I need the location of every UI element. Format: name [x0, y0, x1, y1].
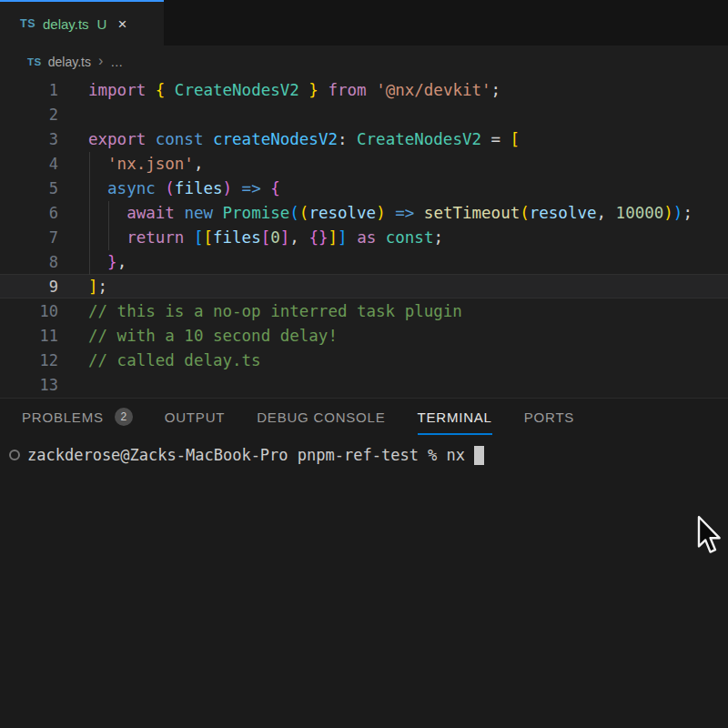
panel-tab-label: PROBLEMS [22, 410, 104, 425]
code-token: ) [376, 204, 386, 222]
code-line-7[interactable]: 7 return [[files[0], {}]] as const; [0, 225, 728, 249]
code-line-2[interactable]: 2 [0, 102, 728, 126]
panel-tabs: PROBLEMS2OUTPUTDEBUG CONSOLETERMINALPORT… [0, 399, 728, 435]
code-line-9[interactable]: 9]; [0, 274, 728, 298]
breadcrumb-file[interactable]: delay.ts [48, 55, 91, 69]
panel-tab-label: PORTS [524, 410, 574, 425]
panel-tab-problems[interactable]: PROBLEMS2 [22, 399, 133, 435]
code-text: import { CreateNodesV2 } from '@nx/devki… [58, 81, 500, 99]
code-token: ( [299, 204, 309, 222]
line-number: 13 [0, 376, 58, 394]
panel-tab-output[interactable]: OUTPUT [165, 399, 225, 435]
code-text: export const createNodesV2: CreateNodesV… [58, 130, 520, 148]
tab-filename: delay.ts [43, 16, 89, 32]
terminal-block-cursor [474, 446, 484, 465]
code-token: ( [289, 204, 299, 222]
code-token: import [88, 81, 156, 99]
editor-tab-bar: TS delay.ts U × [0, 0, 728, 46]
line-number: 11 [0, 327, 58, 345]
code-token: '@nx/devkit' [376, 81, 490, 99]
code-token: , [194, 155, 204, 173]
code-token: { [156, 81, 166, 99]
code-line-13[interactable]: 13 [0, 372, 728, 397]
code-token: , [289, 228, 308, 247]
code-line-12[interactable]: 12// called delay.ts [0, 348, 728, 372]
code-token: , [117, 253, 127, 271]
code-text: // called delay.ts [58, 351, 261, 369]
panel-tab-ports[interactable]: PORTS [524, 399, 574, 435]
code-token: as [348, 228, 386, 247]
code-token: ) [223, 179, 233, 197]
code-text: }, [58, 253, 126, 271]
line-number: 6 [0, 204, 58, 222]
panel-tab-label: OUTPUT [165, 410, 225, 425]
code-token: createNodesV2 [213, 130, 338, 148]
code-token: [ [194, 228, 204, 247]
code-line-1[interactable]: 1import { CreateNodesV2 } from '@nx/devk… [0, 77, 728, 102]
code-token: // called delay.ts [88, 351, 261, 369]
code-token [88, 179, 107, 197]
code-token: files [213, 228, 261, 247]
code-token: resolve [308, 204, 376, 222]
code-token: ] [329, 228, 339, 247]
code-token: = [481, 130, 511, 148]
code-token: export [88, 130, 156, 148]
code-token: resolve [530, 204, 597, 222]
code-token: return [126, 228, 194, 247]
code-token: ] [338, 228, 348, 247]
code-line-5[interactable]: 5 async (files) => { [0, 176, 728, 200]
code-text: // this is a no-op interred task plugin [58, 302, 462, 320]
panel-tab-label: TERMINAL [418, 410, 492, 425]
close-icon[interactable]: × [117, 16, 126, 32]
command-decoration-icon [9, 450, 20, 460]
line-number: 1 [0, 81, 58, 99]
code-token: 0 [270, 228, 280, 247]
terminal-prompt-text: zackderose@Zacks-MacBook-Pro pnpm-ref-te… [27, 446, 465, 464]
code-token: } [308, 81, 318, 99]
code-token: ; [98, 278, 108, 296]
panel-tab-debug-console[interactable]: DEBUG CONSOLE [257, 399, 385, 435]
code-token: ; [682, 204, 693, 222]
line-number: 2 [0, 106, 58, 124]
line-number: 8 [0, 253, 58, 271]
code-line-8[interactable]: 8 }, [0, 249, 728, 274]
terminal-prompt-line[interactable]: zackderose@Zacks-MacBook-Pro pnpm-ref-te… [9, 444, 484, 466]
tab-delay-ts[interactable]: TS delay.ts U × [0, 0, 164, 46]
code-token: => [232, 179, 270, 197]
line-number: 5 [0, 179, 58, 197]
code-token: => [386, 204, 424, 222]
code-token: ( [520, 204, 530, 222]
code-line-4[interactable]: 4 'nx.json', [0, 151, 728, 176]
code-line-10[interactable]: 10// this is a no-op interred task plugi… [0, 298, 728, 323]
breadcrumb-symbol[interactable]: … [110, 55, 123, 69]
code-text: async (files) => { [58, 179, 280, 197]
code-editor[interactable]: 1import { CreateNodesV2 } from '@nx/devk… [0, 77, 728, 398]
code-line-6[interactable]: 6 await new Promise((resolve) => setTime… [0, 200, 728, 225]
editor-lines: 1import { CreateNodesV2 } from '@nx/devk… [0, 77, 728, 397]
breadcrumb: TS delay.ts › … [0, 47, 728, 76]
indent-guide [89, 152, 90, 275]
code-token: [ [203, 228, 213, 247]
line-number: 7 [0, 228, 58, 247]
code-token: ; [433, 228, 443, 247]
line-number: 9 [0, 278, 58, 296]
code-token: CreateNodesV2 [165, 81, 308, 99]
problems-count-badge: 2 [115, 408, 133, 426]
code-token: ( [165, 179, 175, 197]
code-line-3[interactable]: 3export const createNodesV2: CreateNodes… [0, 126, 728, 151]
panel-tab-terminal[interactable]: TERMINAL [418, 399, 492, 435]
code-text: 'nx.json', [58, 155, 203, 173]
panel-tab-label: DEBUG CONSOLE [257, 410, 385, 425]
code-line-11[interactable]: 11// with a 10 second delay! [0, 323, 728, 348]
code-token: 10000 [616, 204, 664, 222]
code-token: ) [663, 204, 673, 222]
code-token: // this is a no-op interred task plugin [88, 302, 462, 320]
code-text: return [[files[0], {}]] as const; [58, 228, 443, 247]
code-token: const [156, 130, 213, 148]
code-token: CreateNodesV2 [357, 130, 481, 148]
code-token: from [318, 81, 376, 99]
code-token: , [597, 204, 616, 222]
line-number: 12 [0, 351, 58, 369]
line-number: 10 [0, 302, 58, 320]
code-token: Promise [223, 204, 290, 222]
